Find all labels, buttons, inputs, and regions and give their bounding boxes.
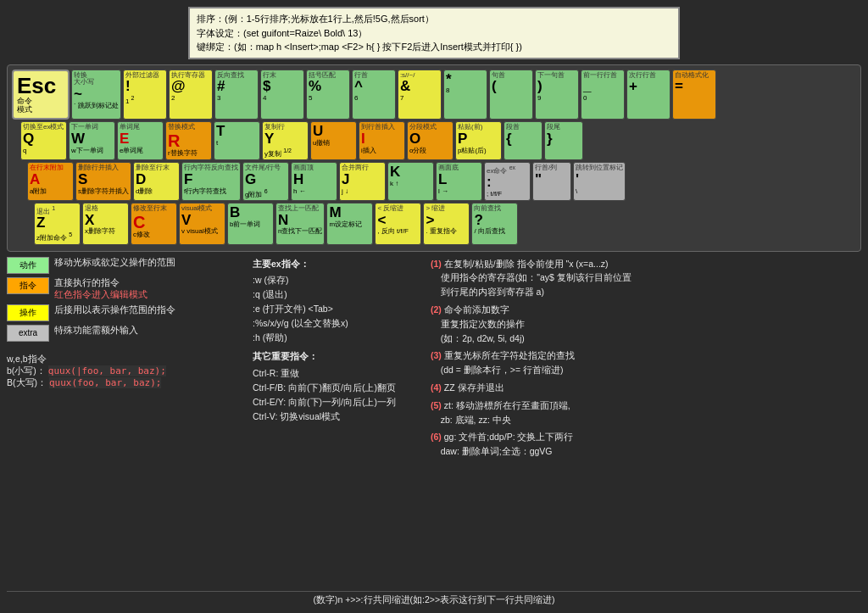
key-amp[interactable]: :s//~/ & 7 [398, 70, 442, 120]
key-apos[interactable]: 跳转到位置标记 ' \ [573, 162, 626, 201]
key-percent[interactable]: 括号匹配 % 5 [306, 70, 350, 120]
key-underscore[interactable]: 前一行行首 _ 0 [581, 70, 625, 120]
key-M[interactable]: M m设定标记 [326, 203, 373, 245]
wb-title: w,e,b指令 [7, 354, 244, 365]
key-colon[interactable]: ex命令 ex : ; t/f/F [484, 162, 531, 201]
key-N[interactable]: 查找上一匹配 N n查找下一匹配 [275, 203, 325, 245]
key-question[interactable]: 向前查找 ? / 向后查找 [471, 203, 518, 245]
key-rparen[interactable]: 下一句首 ) 9 [535, 70, 579, 120]
key-B[interactable]: B b前一单词 [227, 203, 274, 245]
key-O[interactable]: 分段模式 O o分段 [407, 121, 453, 160]
left-legend: 动作 移动光标或欲定义操作的范围 指令 直接执行的指令红色指令进入编辑模式 操作… [7, 257, 244, 586]
legend-action: 动作 移动光标或欲定义操作的范围 [7, 257, 244, 274]
note-3: (3) 重复光标所在字符处指定的查找 (dd = 删除本行，>= 行首缩进) [431, 348, 861, 377]
key-Y[interactable]: 复制行 Y y复制 1/2 [262, 121, 309, 160]
row-esc-numbers: Esc 命令 模式 转换 大小写 ~ ` 跳跃到标记处 外部过滤器 ! 1 2 … [12, 70, 856, 120]
key-L[interactable]: 画面底 L l → [436, 162, 482, 201]
ex-cmd-2: :q (退出) [253, 287, 422, 302]
esc-sub1: 命令 [17, 97, 32, 106]
legend-orange-box: 指令 [7, 277, 49, 294]
legend-gray-box: extra [7, 325, 49, 342]
key-esc[interactable]: Esc 命令 模式 [12, 70, 70, 120]
key-gt[interactable]: > 缩进 > . 重复指令 [423, 203, 470, 245]
key-lparen[interactable]: 句首 ( [489, 70, 533, 120]
legend-extra: extra 特殊功能需额外输入 [7, 325, 244, 342]
bottom-area: 动作 移动光标或欲定义操作的范围 指令 直接执行的指令红色指令进入编辑模式 操作… [7, 257, 861, 586]
esc-label: Esc [17, 75, 56, 97]
key-X[interactable]: 退格 X x删除字符 [82, 203, 129, 245]
legend-yellow-box: 操作 [7, 304, 49, 321]
legend-green-box: 动作 [7, 257, 49, 274]
note-5: (5) zt: 移动游標所在行至畫面頂端, zb: 底端, zz: 中央 [431, 398, 861, 427]
legend-command: 指令 直接执行的指令红色指令进入编辑模式 [7, 277, 244, 301]
right-notes: (1) 在复制/粘贴/删除 指令前使用 "x (x=a...z) 使用指令的寄存… [431, 257, 861, 586]
key-Q[interactable]: 切换至ex模式 Q q [20, 121, 67, 160]
key-hash[interactable]: 反向查找 # 3 [214, 70, 259, 120]
key-T[interactable]: T t [214, 121, 260, 160]
legend-op: 操作 后接用以表示操作范围的指令 [7, 304, 244, 321]
ex-cmd-4: :%s/x/y/g (以全文替换x) [253, 316, 422, 331]
key-equals[interactable]: 自动格式化 = [672, 70, 716, 120]
note-6: (6) gg: 文件首;ddp/P: 交换上下两行 daw: 删除单词;全选：g… [431, 430, 861, 459]
key-J[interactable]: 合并两行 J j ↓ [339, 162, 386, 201]
key-D[interactable]: 删除至行末 D d删除 [133, 162, 180, 201]
instruction-line3: 键绑定：(如：map h <Insert>;map <F2> h{ } 按下F2… [197, 40, 671, 54]
key-quote[interactable]: 行首/列 " [532, 162, 571, 201]
key-I[interactable]: 到行首插入 I i插入 [359, 121, 405, 160]
key-exclaim[interactable]: 外部过滤器 ! 1 2 [123, 70, 167, 120]
ex-cmd-5: :h (帮助) [253, 331, 422, 345]
key-dollar[interactable]: 行末 $ 4 [260, 70, 304, 120]
other-3: Ctrl-E/Y: 向前(下)一列/向后(上)一列 [253, 395, 422, 410]
other-2: Ctrl-F/B: 向前(下)翻页/向后(上)翻页 [253, 381, 422, 395]
keyboard-area: Esc 命令 模式 转换 大小写 ~ ` 跳跃到标记处 外部过滤器 ! 1 2 … [7, 64, 861, 252]
key-G[interactable]: 文件尾/行号 G g附加 6 [242, 162, 289, 201]
note-1: (1) 在复制/粘贴/删除 指令前使用 "x (x=a...z) 使用指令的寄存… [431, 257, 861, 299]
other-4: Ctrl-V: 切换visual模式 [253, 410, 422, 424]
ex-cmd-1: :w (保存) [253, 273, 422, 287]
key-V[interactable]: visual模式 V v visual模式 [179, 203, 225, 245]
instruction-line2: 字体设定：(set guifont=Raize\ Bold\ 13） [197, 26, 671, 41]
key-star[interactable]: * 8 [443, 70, 487, 120]
key-U[interactable]: U u撤销 [310, 121, 357, 160]
key-lt[interactable]: < 反缩进 < , 反向 t/f/F [375, 203, 421, 245]
other-title: 其它重要指令： [253, 349, 422, 364]
row-zxcv: 退出 1 Z z附加命令 5 退格 X x删除字符 修改至行末 C c修改 vi… [12, 203, 856, 245]
key-S[interactable]: 删除行并插入 S s删除字符并插入 [75, 162, 131, 201]
key-tilde[interactable]: 转换 大小写 ~ ` 跳跃到标记处 [71, 70, 121, 120]
key-C[interactable]: 修改至行末 C c修改 [131, 203, 177, 245]
instruction-box: 排序：(例：1-5行排序;光标放在1行上,然后!5G,然后sort） 字体设定：… [188, 7, 680, 59]
key-lbrace[interactable]: 段首 { [504, 121, 542, 160]
note-4: (4) ZZ 保存并退出 [431, 381, 861, 395]
key-A[interactable]: 在行末附加 A a附加 [27, 162, 74, 201]
key-W[interactable]: 下一单词 W w下一单词 [69, 121, 115, 160]
key-caret[interactable]: 行首 ^ 6 [352, 70, 396, 120]
key-P[interactable]: 粘贴(前) P p粘贴(后) [455, 121, 502, 160]
footer: (数字)n +>>:行共同缩进(如:2>>表示这行到下一行共同缩进) [7, 591, 861, 606]
key-H[interactable]: 画面顶 H h ← [291, 162, 337, 201]
instruction-line1: 排序：(例：1-5行排序;光标放在1行上,然后!5G,然后sort） [197, 12, 671, 26]
main-container: 排序：(例：1-5行排序;光标放在1行上,然后!5G,然后sort） 字体设定：… [0, 0, 868, 613]
ex-cmd-3: :e (打开文件) <Tab> [253, 302, 422, 316]
key-at[interactable]: 执行寄存器 @ 2 [169, 70, 213, 120]
esc-sub2: 模式 [17, 105, 32, 114]
other-1: Ctrl-R: 重做 [253, 366, 422, 381]
key-K[interactable]: K k ↑ [387, 162, 434, 201]
ex-title: 主要ex指令： [253, 257, 422, 271]
row-asdf: 在行末附加 A a附加 删除行并插入 S s删除字符并插入 删除至行末 D d删… [12, 162, 856, 201]
key-plus[interactable]: 次行行首 + [626, 70, 670, 120]
key-E[interactable]: 单词尾 E e单词尾 [117, 121, 164, 160]
key-R[interactable]: 替换模式 R r替换字符 [165, 121, 212, 160]
center-commands: 主要ex指令： :w (保存) :q (退出) :e (打开文件) <Tab> … [253, 257, 422, 586]
key-Z[interactable]: 退出 1 Z z附加命令 5 [34, 203, 81, 245]
key-F[interactable]: 行内字符反向查找 F f行内字符查找 [181, 162, 241, 201]
note-2: (2) 命令前添加数字 重复指定次数的操作 (如：2p, d2w, 5i, d4… [431, 303, 861, 345]
key-rbrace[interactable]: 段尾 } [544, 121, 583, 160]
row-qwerty: 切换至ex模式 Q q 下一单词 W w下一单词 单词尾 E e单词尾 替换模式… [12, 121, 856, 160]
wb-section: w,e,b指令 b(小写)： quux(|foo, bar, baz); B(大… [7, 354, 244, 389]
